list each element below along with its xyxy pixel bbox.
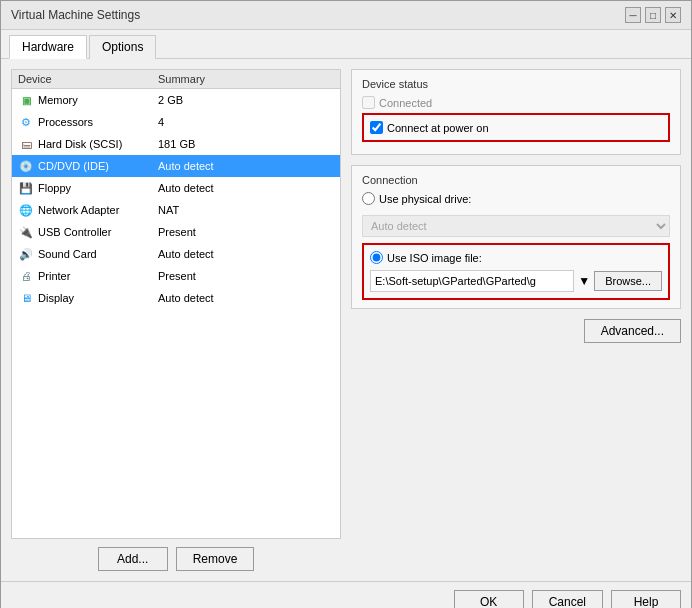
advanced-row: Advanced...: [351, 319, 681, 343]
table-row[interactable]: ▣ Memory 2 GB: [12, 89, 340, 111]
connected-text: Connected: [379, 97, 432, 109]
device-name: Network Adapter: [38, 204, 158, 216]
col-summary-header: Summary: [158, 73, 334, 85]
connected-label[interactable]: Connected: [362, 96, 432, 109]
iso-label-text: Use ISO image file:: [387, 252, 482, 264]
device-summary: Present: [158, 270, 334, 282]
device-summary: Auto detect: [158, 248, 334, 260]
connection-section: Connection Use physical drive: Auto dete…: [351, 165, 681, 309]
connected-row: Connected: [362, 96, 670, 109]
window-title: Virtual Machine Settings: [11, 8, 140, 22]
minimize-button[interactable]: ─: [625, 7, 641, 23]
drive-select[interactable]: Auto detect: [362, 215, 670, 237]
connect-power-checkbox[interactable]: [370, 121, 383, 134]
physical-drive-row: Use physical drive:: [362, 192, 670, 211]
device-name: USB Controller: [38, 226, 158, 238]
processor-icon: ⚙: [18, 114, 34, 130]
device-summary: 2 GB: [158, 94, 334, 106]
ok-button[interactable]: OK: [454, 590, 524, 608]
sound-icon: 🔊: [18, 246, 34, 262]
connect-power-highlighted: Connect at power on: [362, 113, 670, 142]
auto-detect-row: Auto detect: [362, 215, 670, 237]
table-row[interactable]: 🖴 Hard Disk (SCSI) 181 GB: [12, 133, 340, 155]
col-device-header: Device: [18, 73, 158, 85]
device-name: CD/DVD (IDE): [38, 160, 158, 172]
physical-drive-radio-label[interactable]: Use physical drive:: [362, 192, 471, 205]
device-summary: Present: [158, 226, 334, 238]
device-table: Device Summary ▣ Memory 2 GB ⚙ Processor…: [11, 69, 341, 539]
device-name: Display: [38, 292, 158, 304]
iso-radio[interactable]: [370, 251, 383, 264]
connection-title: Connection: [362, 174, 670, 186]
device-name: Floppy: [38, 182, 158, 194]
virtual-machine-settings-window: Virtual Machine Settings ─ □ ✕ Hardware …: [0, 0, 692, 608]
table-row[interactable]: 💾 Floppy Auto detect: [12, 177, 340, 199]
main-content: Device Summary ▣ Memory 2 GB ⚙ Processor…: [1, 59, 691, 581]
floppy-icon: 💾: [18, 180, 34, 196]
device-name: Printer: [38, 270, 158, 282]
table-row[interactable]: 🔌 USB Controller Present: [12, 221, 340, 243]
table-row-sound[interactable]: 🔊 Sound Card Auto detect: [12, 243, 340, 265]
table-row-network[interactable]: 🌐 Network Adapter NAT: [12, 199, 340, 221]
table-row[interactable]: 🖥 Display Auto detect: [12, 287, 340, 309]
device-status-section: Device status Connected Connect at power…: [351, 69, 681, 155]
help-button[interactable]: Help: [611, 590, 681, 608]
title-bar-controls: ─ □ ✕: [625, 7, 681, 23]
device-status-title: Device status: [362, 78, 670, 90]
left-panel: Device Summary ▣ Memory 2 GB ⚙ Processor…: [11, 69, 341, 571]
title-bar: Virtual Machine Settings ─ □ ✕: [1, 1, 691, 30]
iso-radio-label[interactable]: Use ISO image file:: [370, 251, 662, 264]
connect-power-label[interactable]: Connect at power on: [370, 121, 662, 134]
device-summary: 4: [158, 116, 334, 128]
connect-power-text: Connect at power on: [387, 122, 489, 134]
physical-drive-text: Use physical drive:: [379, 193, 471, 205]
memory-icon: ▣: [18, 92, 34, 108]
left-panel-buttons: Add... Remove: [11, 547, 341, 571]
table-row-cddvd[interactable]: 💿 CD/DVD (IDE) Auto detect: [12, 155, 340, 177]
table-row[interactable]: 🖨 Printer Present: [12, 265, 340, 287]
maximize-button[interactable]: □: [645, 7, 661, 23]
connected-checkbox[interactable]: [362, 96, 375, 109]
iso-path-input[interactable]: [370, 270, 574, 292]
device-summary: Auto detect: [158, 160, 334, 172]
hdd-icon: 🖴: [18, 136, 34, 152]
dropdown-arrow: ▼: [578, 274, 590, 288]
printer-icon: 🖨: [18, 268, 34, 284]
footer-buttons: OK Cancel Help: [1, 581, 691, 608]
tab-options[interactable]: Options: [89, 35, 156, 59]
browse-button[interactable]: Browse...: [594, 271, 662, 291]
iso-path-row: ▼ Browse...: [370, 270, 662, 292]
device-summary: Auto detect: [158, 182, 334, 194]
display-icon: 🖥: [18, 290, 34, 306]
device-name: Hard Disk (SCSI): [38, 138, 158, 150]
right-panel: Device status Connected Connect at power…: [351, 69, 681, 571]
table-row[interactable]: ⚙ Processors 4: [12, 111, 340, 133]
device-name: Memory: [38, 94, 158, 106]
device-name: Processors: [38, 116, 158, 128]
usb-icon: 🔌: [18, 224, 34, 240]
cancel-button[interactable]: Cancel: [532, 590, 603, 608]
device-summary: NAT: [158, 204, 334, 216]
network-icon: 🌐: [18, 202, 34, 218]
tab-bar: Hardware Options: [1, 30, 691, 59]
close-button[interactable]: ✕: [665, 7, 681, 23]
iso-highlighted: Use ISO image file: ▼ Browse...: [362, 243, 670, 300]
add-button[interactable]: Add...: [98, 547, 168, 571]
advanced-button[interactable]: Advanced...: [584, 319, 681, 343]
cdrom-icon: 💿: [18, 158, 34, 174]
device-summary: Auto detect: [158, 292, 334, 304]
tab-hardware[interactable]: Hardware: [9, 35, 87, 59]
physical-drive-radio[interactable]: [362, 192, 375, 205]
table-header: Device Summary: [12, 70, 340, 89]
device-summary: 181 GB: [158, 138, 334, 150]
device-name: Sound Card: [38, 248, 158, 260]
remove-button[interactable]: Remove: [176, 547, 255, 571]
